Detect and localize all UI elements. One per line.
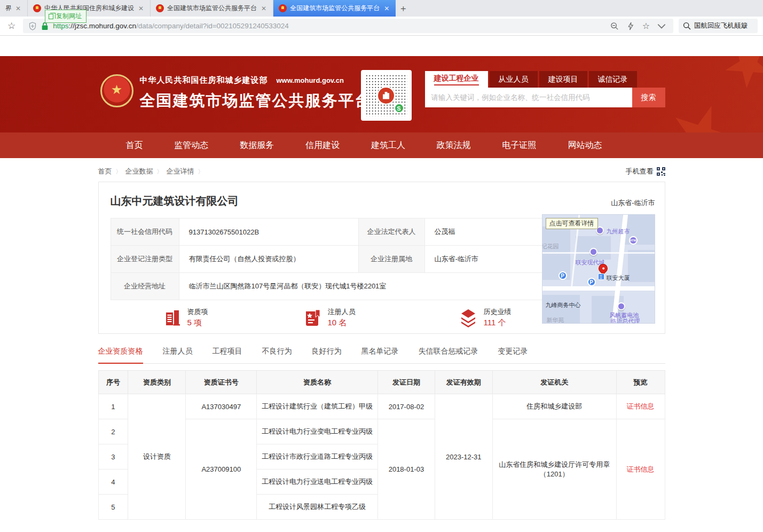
browser-tab-strip: 界 ✕ 中华人民共和国住房和城乡建设 ✕ 全国建筑市场监管公共服务平台 ✕ 全国…	[0, 0, 763, 17]
col-header-valid-until: 发证有效期	[435, 371, 492, 394]
browser-tab-1[interactable]: 界 ✕	[0, 0, 28, 17]
tab-blacklist[interactable]: 黑名单记录	[361, 347, 399, 363]
breadcrumb-company-detail[interactable]: 企业详情	[167, 167, 194, 176]
stat-value: 10 名	[328, 318, 356, 328]
search-category-tabs: 建设工程企业 从业人员 建设项目 诚信记录	[425, 71, 665, 88]
certificate-icon	[303, 308, 322, 327]
url-field[interactable]: https://jzsc.mohurd.gov.cn/data/company/…	[23, 19, 673, 33]
main-navigation: 首页 监管动态 数据服务 信用建设 建筑工人 政策法规 电子证照 网站动态	[0, 132, 763, 158]
nav-item-workers[interactable]: 建筑工人	[371, 140, 405, 151]
site-favicon-icon	[156, 4, 164, 12]
nav-item-e-license[interactable]: 电子证照	[502, 140, 537, 151]
search-tab-enterprise[interactable]: 建设工程企业	[425, 71, 488, 88]
field-label: 企业经营地址	[111, 273, 179, 300]
tab-good-behavior[interactable]: 良好行为	[312, 347, 342, 363]
map-tooltip: 点击可查看详情	[546, 218, 598, 229]
field-label: 企业登记注册类型	[111, 246, 179, 273]
page-top-gap	[0, 36, 763, 56]
ministry-url: www.mohurd.gov.cn	[277, 76, 344, 84]
qr-code-icon[interactable]	[657, 167, 665, 176]
tab-close-icon[interactable]: ✕	[137, 5, 145, 12]
nav-item-credit[interactable]: 信用建设	[305, 140, 340, 151]
stat-value: 5 项	[187, 318, 208, 328]
nav-item-policy[interactable]: 政策法规	[437, 140, 471, 151]
company-name: 山东中元建筑设计有限公司	[111, 194, 655, 208]
favorite-star-icon[interactable]: ☆	[642, 22, 650, 30]
mobile-view-label[interactable]: 手机查看	[626, 167, 654, 176]
certificate-info-link[interactable]: 证书信息	[627, 402, 655, 410]
stat-label: 注册人员	[328, 307, 356, 317]
tab-close-icon[interactable]: ✕	[14, 5, 22, 12]
nav-item-home[interactable]: 首页	[126, 140, 143, 151]
nav-item-site-news[interactable]: 网站动态	[568, 140, 602, 151]
cell-cert-no: A237009100	[186, 419, 257, 520]
keyword-search-input[interactable]	[425, 88, 632, 107]
tab-bad-behavior[interactable]: 不良行为	[262, 347, 292, 363]
col-header-preview: 预览	[616, 371, 665, 394]
company-info-table: 统一社会信用代码 91371302675501022B 企业法定代表人 公茂福 …	[111, 218, 545, 300]
company-summary-card: 山东中元建筑设计有限公司 山东省-临沂市 统一社会信用代码 9137130267…	[98, 182, 665, 334]
location-map[interactable]: 九州超市 ATM 纪花园 联安现代城 联安大厦 P P 九峰商务中心 风帆蓄电池…	[542, 214, 655, 324]
cell-no: 3	[98, 444, 128, 470]
new-tab-button[interactable]: ＋	[396, 0, 411, 17]
shield-icon	[28, 22, 37, 30]
cell-preview: 证书信息	[616, 394, 665, 419]
stat-label: 历史业绩	[484, 307, 512, 317]
map-label-garden: 纪花园	[542, 242, 559, 251]
table-row: 1 设计资质 A137030497 工程设计建筑行业（建筑工程）甲级 2017-…	[98, 394, 665, 419]
residence-pin-icon	[589, 248, 597, 256]
flash-icon[interactable]	[626, 22, 635, 30]
browser-tab-3[interactable]: 全国建筑市场监管公共服务平台 ✕	[151, 0, 273, 17]
search-tab-project[interactable]: 建设项目	[539, 71, 587, 88]
search-tab-credit[interactable]: 诚信记录	[589, 71, 637, 88]
national-emblem-logo	[100, 74, 133, 107]
search-tab-personnel[interactable]: 从业人员	[490, 71, 538, 88]
cell-qual-name: 工程设计电力行业变电工程专业丙级	[257, 419, 378, 444]
site-brand: 中华人民共和国住房和城乡建设部www.mohurd.gov.cn 全国建筑市场监…	[140, 75, 372, 112]
stat-qualifications[interactable]: 资质项 5 项	[163, 307, 208, 328]
chevron-down-icon[interactable]	[657, 22, 666, 30]
tab-projects[interactable]: 工程项目	[213, 347, 242, 363]
platform-title: 全国建筑市场监管公共服务平台	[140, 90, 372, 112]
field-value-legal-rep: 公茂福	[424, 218, 544, 246]
detail-tab-bar: 企业资质资格 注册人员 工程项目 不良行为 良好行为 黑名单记录 失信联合惩戒记…	[98, 347, 665, 364]
tab-dishonesty-records[interactable]: 失信联合惩戒记录	[419, 347, 478, 363]
tab-close-icon[interactable]: ✕	[260, 5, 268, 12]
cell-issue-date: 2018-01-03	[377, 419, 435, 520]
cell-no: 4	[98, 470, 128, 495]
tab-registered-personnel[interactable]: 注册人员	[163, 347, 193, 363]
header-search: 建设工程企业 从业人员 建设项目 诚信记录 搜索	[425, 71, 665, 107]
site-header: 中华人民共和国住房和城乡建设部www.mohurd.gov.cn 全国建筑市场监…	[0, 56, 763, 132]
zoom-out-icon[interactable]	[610, 22, 619, 30]
tab-title: 全国建筑市场监管公共服务平台	[290, 4, 380, 13]
tab-title: 全国建筑市场监管公共服务平台	[167, 4, 257, 13]
browser-quick-search[interactable]: 国航回应飞机颠簸	[679, 19, 758, 33]
breadcrumb-company-data[interactable]: 企业数据	[125, 167, 153, 176]
bookmark-star-icon[interactable]: ☆	[5, 20, 18, 32]
cell-valid-until: 2023-12-31	[435, 394, 492, 520]
cell-cert-no: A137030497	[186, 394, 257, 419]
field-value-reg-place: 山东省-临沂市	[424, 246, 544, 273]
nav-item-supervision[interactable]: 监管动态	[174, 140, 208, 151]
tab-qualifications[interactable]: 企业资质资格	[98, 347, 143, 364]
cell-authority: 住房和城乡建设部	[492, 394, 616, 419]
field-value-address: 临沂市兰山区陶然路107号星河晶都（联安）现代城1号楼2201室	[179, 273, 544, 300]
site-favicon-icon	[33, 4, 41, 12]
parking-icon: P	[587, 278, 596, 286]
stat-registered-personnel[interactable]: 注册人员 10 名	[303, 307, 356, 328]
tab-close-icon[interactable]: ✕	[383, 5, 390, 12]
field-value-reg-type: 有限责任公司（自然人投资或控股）	[179, 246, 358, 273]
breadcrumb-home[interactable]: 首页	[98, 167, 112, 176]
stat-historical-performance[interactable]: 历史业绩 111 个	[458, 307, 512, 328]
tab-change-records[interactable]: 变更记录	[498, 347, 528, 363]
building-icon	[163, 308, 182, 327]
stat-label: 资质项	[187, 307, 208, 317]
atm-pin-icon: ATM	[629, 236, 638, 245]
nav-item-data-service[interactable]: 数据服务	[240, 140, 274, 151]
browser-tab-active[interactable]: 全国建筑市场监管公共服务平台 ✕	[273, 0, 396, 17]
cell-qual-name: 工程设计建筑行业（建筑工程）甲级	[257, 394, 378, 419]
site-favicon-icon	[279, 4, 287, 12]
search-button[interactable]: 搜索	[632, 88, 665, 107]
certificate-info-link[interactable]: 证书信息	[627, 465, 655, 473]
header-qr-code: S	[361, 70, 412, 121]
